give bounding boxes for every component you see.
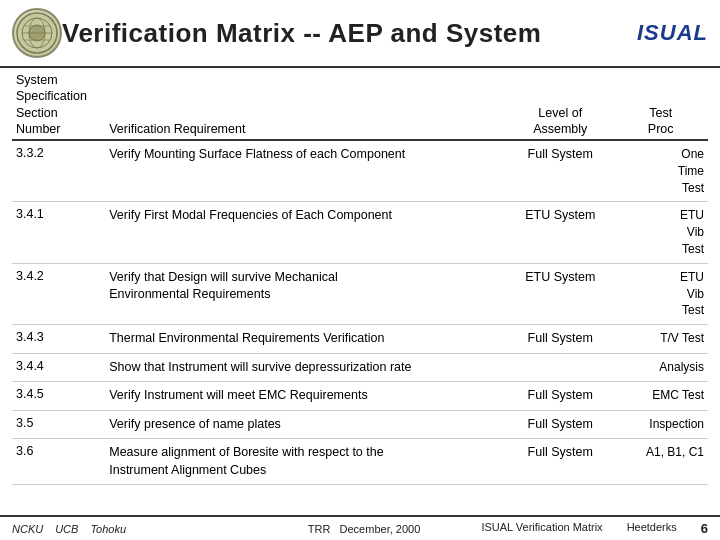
footer-ncku: NCKU xyxy=(12,523,43,535)
cell-section-7: 3.6 xyxy=(12,439,105,485)
footer-event: TRR xyxy=(308,523,331,535)
footer-institutions: NCKU UCB Tohoku xyxy=(12,523,247,535)
col-header-test-proc: Test Proc xyxy=(613,68,708,140)
cell-requirement-4: Show that Instrument will survive depres… xyxy=(105,353,507,382)
cell-assembly-5: Full System xyxy=(507,382,613,411)
col-header-requirement: Verification Requirement xyxy=(105,68,507,140)
cell-requirement-7: Measure alignment of Boresite with respe… xyxy=(105,439,507,485)
cell-assembly-0: Full System xyxy=(507,140,613,202)
cell-assembly-2: ETU System xyxy=(507,263,613,324)
footer-doc-info: ISUAL Verification Matrix Heetderks 6 xyxy=(481,521,708,536)
page-header: Verification Matrix -- AEP and System IS… xyxy=(0,0,720,68)
cell-assembly-7: Full System xyxy=(507,439,613,485)
cell-section-4: 3.4.4 xyxy=(12,353,105,382)
page-title: Verification Matrix -- AEP and System xyxy=(62,18,628,49)
cell-assembly-1: ETU System xyxy=(507,202,613,263)
cell-requirement-3: Thermal Environmental Requirements Verif… xyxy=(105,325,507,354)
cell-section-0: 3.3.2 xyxy=(12,140,105,202)
cell-section-5: 3.4.5 xyxy=(12,382,105,411)
table-row: 3.4.5Verify Instrument will meet EMC Req… xyxy=(12,382,708,411)
footer-tohoku: Tohoku xyxy=(90,523,126,535)
cell-requirement-5: Verify Instrument will meet EMC Requirem… xyxy=(105,382,507,411)
cell-requirement-6: Verify presence of name plates xyxy=(105,410,507,439)
footer-doc-title: ISUAL Verification Matrix xyxy=(481,521,602,536)
footer-event-date: TRR December, 2000 xyxy=(247,523,482,535)
table-row: 3.4.1Verify First Modal Frequencies of E… xyxy=(12,202,708,263)
col-header-assembly: Level of Assembly xyxy=(507,68,613,140)
footer-author: Heetderks xyxy=(627,521,677,536)
table-row: 3.3.2Verify Mounting Surface Flatness of… xyxy=(12,140,708,202)
table-row: 3.4.2Verify that Design will survive Mec… xyxy=(12,263,708,324)
isual-logo-text: ISUAL xyxy=(637,20,708,46)
cell-requirement-2: Verify that Design will survive Mechanic… xyxy=(105,263,507,324)
cell-assembly-4 xyxy=(507,353,613,382)
institution-logo xyxy=(12,8,62,58)
isual-logo-area: ISUAL xyxy=(628,13,708,53)
footer-page: 6 xyxy=(701,521,708,536)
page-footer: NCKU UCB Tohoku TRR December, 2000 ISUAL… xyxy=(0,515,720,540)
footer-ucb: UCB xyxy=(55,523,78,535)
cell-assembly-6: Full System xyxy=(507,410,613,439)
cell-assembly-3: Full System xyxy=(507,325,613,354)
cell-section-3: 3.4.3 xyxy=(12,325,105,354)
table-row: 3.6Measure alignment of Boresite with re… xyxy=(12,439,708,485)
cell-section-2: 3.4.2 xyxy=(12,263,105,324)
cell-test-proc-2: ETUVibTest xyxy=(613,263,708,324)
col-header-section: System Specification Section Number xyxy=(12,68,105,140)
verification-matrix-table: System Specification Section Number Veri… xyxy=(12,68,708,485)
cell-test-proc-0: OneTimeTest xyxy=(613,140,708,202)
cell-section-1: 3.4.1 xyxy=(12,202,105,263)
cell-test-proc-4: Analysis xyxy=(613,353,708,382)
footer-date: December, 2000 xyxy=(340,523,421,535)
table-row: 3.4.3Thermal Environmental Requirements … xyxy=(12,325,708,354)
cell-requirement-0: Verify Mounting Surface Flatness of each… xyxy=(105,140,507,202)
table-header-row: System Specification Section Number Veri… xyxy=(12,68,708,140)
cell-test-proc-6: Inspection xyxy=(613,410,708,439)
cell-requirement-1: Verify First Modal Frequencies of Each C… xyxy=(105,202,507,263)
cell-test-proc-5: EMC Test xyxy=(613,382,708,411)
cell-section-6: 3.5 xyxy=(12,410,105,439)
table-row: 3.4.4Show that Instrument will survive d… xyxy=(12,353,708,382)
table-row: 3.5Verify presence of name platesFull Sy… xyxy=(12,410,708,439)
cell-test-proc-7: A1, B1, C1 xyxy=(613,439,708,485)
cell-test-proc-3: T/V Test xyxy=(613,325,708,354)
main-content: System Specification Section Number Veri… xyxy=(0,68,720,485)
cell-test-proc-1: ETUVibTest xyxy=(613,202,708,263)
